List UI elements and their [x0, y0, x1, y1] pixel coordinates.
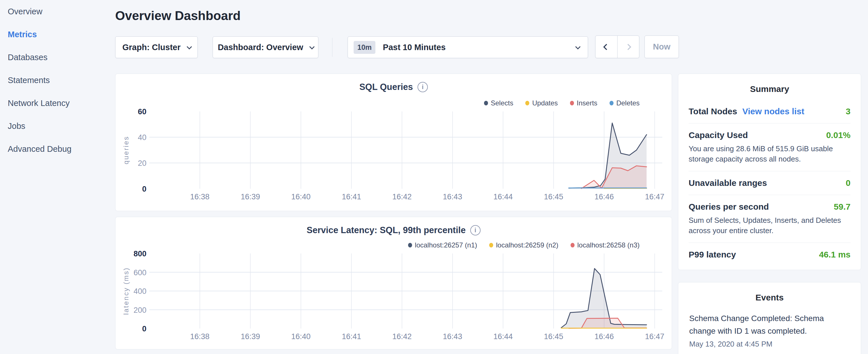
summary-title: Summary: [689, 84, 850, 94]
x-axis-tick-label: 16:44: [493, 192, 513, 201]
chevron-down-icon: [309, 44, 315, 49]
sidebar-item-label: Statements: [8, 75, 50, 85]
chevron-down-icon: [575, 44, 580, 49]
series-area: [582, 166, 647, 189]
event-timestamp: May 13, 2020 at 4:45 PM: [689, 340, 850, 349]
events-title: Events: [689, 293, 850, 302]
y-axis-tick-label: 40: [138, 133, 147, 142]
x-axis-tick-label: 16:41: [342, 192, 361, 201]
controls-divider: [332, 38, 333, 57]
events-list: Schema Change Completed: Schema change w…: [689, 312, 850, 349]
y-axis-tick-label: 200: [133, 306, 147, 315]
sidebar-list: OverviewMetricsDatabasesStatementsNetwor…: [0, 0, 115, 160]
dashboard-dropdown[interactable]: Dashboard: Overview: [213, 36, 318, 58]
summary-row-label: P99 latency: [689, 250, 736, 259]
sidebar-item-label: Network Latency: [8, 99, 70, 108]
summary-rows: Total NodesView nodes list3Capacity Used…: [689, 100, 850, 266]
event-item: Schema Change Completed: Schema change w…: [689, 312, 850, 349]
controls-bar: Graph: Cluster Dashboard: Overview 10m P…: [115, 35, 688, 59]
time-pager: [595, 35, 639, 58]
summary-row: Capacity Used0.01%You are using 28.6 MiB…: [689, 123, 850, 171]
sidebar-item-advanced-debug[interactable]: Advanced Debug: [0, 137, 115, 160]
summary-row-value: 59.7: [834, 202, 850, 212]
summary-row-description: You are using 28.6 MiB of 515.9 GiB usab…: [689, 143, 850, 164]
graph-dropdown[interactable]: Graph: Cluster: [115, 36, 198, 58]
summary-row-label: Unavailable ranges: [689, 178, 767, 188]
service-latency-chart-card: Service Latency: SQL, 99th percentile i …: [115, 217, 672, 349]
x-axis-tick-label: 16:46: [594, 332, 614, 341]
graph-dropdown-label: Graph: Cluster: [122, 43, 181, 52]
summary-row-label: Queries per second: [689, 202, 769, 212]
time-next-button[interactable]: [617, 36, 639, 58]
x-axis-tick-label: 16:43: [443, 332, 462, 341]
time-range-label: Past 10 Minutes: [383, 43, 569, 52]
x-axis-tick-label: 16:40: [291, 332, 311, 341]
x-axis-tick-label: 16:47: [645, 192, 664, 201]
y-axis-tick-label: 0: [142, 185, 147, 193]
view-nodes-list-link[interactable]: View nodes list: [742, 106, 804, 116]
sidebar-item-overview[interactable]: Overview: [0, 0, 115, 23]
summary-row-value: 3: [846, 106, 850, 116]
summary-row: Total NodesView nodes list3: [689, 100, 850, 123]
sidebar-item-label: Overview: [8, 7, 42, 16]
x-axis-tick-label: 16:43: [443, 192, 462, 201]
y-axis-label: queries: [122, 136, 130, 164]
time-range-picker[interactable]: 10m Past 10 Minutes: [348, 36, 588, 58]
sidebar-item-label: Metrics: [8, 30, 37, 39]
dashboard-dropdown-label: Dashboard: Overview: [218, 43, 303, 52]
y-axis-tick-label: 800: [133, 250, 147, 258]
sidebar-item-label: Databases: [8, 53, 48, 62]
summary-row-label: Total Nodes: [689, 106, 737, 116]
y-axis-tick-label: 20: [138, 159, 147, 167]
y-axis-tick-label: 400: [133, 287, 147, 296]
x-axis-tick-label: 16:38: [190, 332, 210, 341]
sidebar: OverviewMetricsDatabasesStatementsNetwor…: [0, 0, 115, 354]
sidebar-item-databases[interactable]: Databases: [0, 46, 115, 69]
x-axis-tick-label: 16:40: [291, 192, 311, 201]
x-axis-tick-label: 16:44: [493, 332, 513, 341]
sql-queries-chart-card: SQL Queries i SelectsUpdatesInsertsDelet…: [115, 74, 672, 211]
summary-row-value: 0: [846, 178, 850, 188]
page-title: Overview Dashboard: [115, 9, 241, 23]
events-panel: Events Schema Change Completed: Schema c…: [678, 282, 861, 354]
now-button[interactable]: Now: [645, 35, 679, 58]
time-prev-button[interactable]: [595, 36, 617, 58]
summary-row: Unavailable ranges0: [689, 171, 850, 195]
x-axis-tick-label: 16:47: [645, 332, 664, 341]
y-axis-tick-label: 600: [133, 268, 147, 277]
x-axis-tick-label: 16:42: [392, 332, 412, 341]
summary-row: P99 latency46.1 ms: [689, 243, 850, 266]
x-axis-tick-label: 16:45: [544, 192, 563, 201]
summary-row-value: 46.1 ms: [819, 250, 850, 259]
y-axis-tick-label: 0: [142, 324, 147, 333]
sidebar-item-label: Jobs: [8, 122, 25, 131]
x-axis-tick-label: 16:42: [392, 192, 412, 201]
summary-panel: Summary Total NodesView nodes list3Capac…: [678, 74, 861, 270]
sidebar-item-label: Advanced Debug: [8, 144, 72, 154]
y-axis-label: latency (ms): [122, 267, 130, 315]
chevron-down-icon: [187, 44, 192, 49]
time-range-badge: 10m: [353, 41, 375, 54]
x-axis-tick-label: 16:38: [190, 192, 210, 201]
x-axis-tick-label: 16:45: [544, 332, 563, 341]
summary-row: Queries per second59.7Sum of Selects, Up…: [689, 195, 850, 243]
x-axis-tick-label: 16:39: [241, 332, 260, 341]
service-latency-chart[interactable]: 16:3816:3916:4016:4116:4216:4316:4416:45…: [116, 217, 672, 350]
sidebar-item-network-latency[interactable]: Network Latency: [0, 92, 115, 115]
x-axis-tick-label: 16:41: [342, 332, 361, 341]
summary-row-description: Sum of Selects, Updates, Inserts, and De…: [689, 215, 850, 236]
event-text: Schema Change Completed: Schema change w…: [689, 312, 850, 337]
sql-queries-chart[interactable]: 16:3816:3916:4016:4116:4216:4316:4416:45…: [116, 74, 672, 212]
y-axis-tick-label: 60: [138, 107, 147, 116]
sidebar-item-jobs[interactable]: Jobs: [0, 115, 115, 137]
x-axis-tick-label: 16:39: [241, 192, 260, 201]
chevron-right-icon: [625, 43, 631, 50]
summary-row-label: Capacity Used: [689, 130, 748, 140]
sidebar-item-metrics[interactable]: Metrics: [0, 23, 115, 46]
chevron-left-icon: [603, 43, 610, 50]
x-axis-tick-label: 16:46: [594, 192, 614, 201]
sidebar-item-statements[interactable]: Statements: [0, 69, 115, 92]
summary-row-value: 0.01%: [826, 130, 850, 140]
